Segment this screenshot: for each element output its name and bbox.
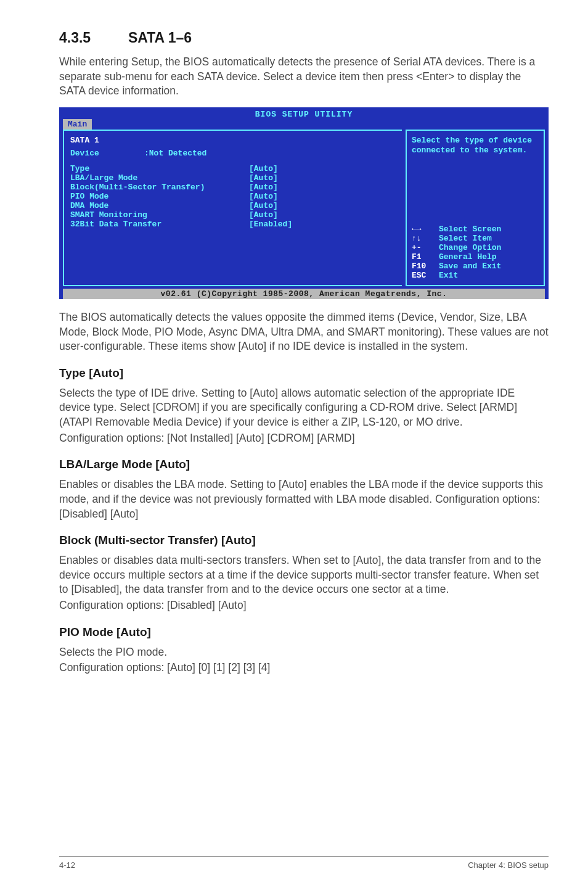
lba-heading: LBA/Large Mode [Auto] xyxy=(59,458,549,471)
section-number: 4.3.5 xyxy=(59,30,128,46)
hint-key: ←→ xyxy=(412,225,439,234)
bios-device-label: Device xyxy=(70,149,144,158)
footer-page-number: 4-12 xyxy=(59,860,75,870)
bios-item-label: 32Bit Data Transfer xyxy=(70,220,249,229)
bios-item-value: [Auto] xyxy=(249,164,278,173)
block-para2: Configuration options: [Disabled] [Auto] xyxy=(59,598,549,613)
type-heading: Type [Auto] xyxy=(59,366,549,380)
footer-chapter: Chapter 4: BIOS setup xyxy=(468,860,549,870)
hint-key: ↑↓ xyxy=(412,234,439,243)
bios-item-label: Type xyxy=(70,164,249,173)
after-bios-text: The BIOS automatically detects the value… xyxy=(59,310,549,354)
bios-copyright: v02.61 (C)Copyright 1985-2008, American … xyxy=(63,289,545,299)
bios-item-label: DMA Mode xyxy=(70,201,249,210)
page-footer: 4-12 Chapter 4: BIOS setup xyxy=(59,856,549,870)
hint-text: Select Screen xyxy=(439,225,501,234)
bios-item-value: [Auto] xyxy=(249,173,278,183)
bios-item-label: LBA/Large Mode xyxy=(70,173,249,183)
block-para1: Enables or disables data multi-sectors t… xyxy=(59,553,549,597)
pio-heading: PIO Mode [Auto] xyxy=(59,625,549,639)
bios-item-label: Block(Multi-Sector Transfer) xyxy=(70,183,249,192)
hint-text: General Help xyxy=(439,252,497,262)
hint-text: Select Item xyxy=(439,234,492,243)
hint-key: F1 xyxy=(412,252,439,262)
bios-sata-header: SATA 1 xyxy=(70,136,249,145)
bios-right-pane: Select the type of device connected to t… xyxy=(406,130,545,286)
section-title: SATA 1–6 xyxy=(128,30,192,46)
bios-tab-row: Main xyxy=(59,119,549,130)
bios-item-label: PIO Mode xyxy=(70,192,249,201)
bios-item-value: [Auto] xyxy=(249,210,278,220)
bios-title: BIOS SETUP UTILITY xyxy=(59,107,549,119)
bios-item-value: [Auto] xyxy=(249,192,278,201)
hint-text: Exit xyxy=(439,271,458,280)
bios-left-pane: SATA 1 Device :Not Detected Type[Auto] L… xyxy=(63,130,402,286)
hint-key: F10 xyxy=(412,262,439,271)
pio-para2: Configuration options: [Auto] [0] [1] [2… xyxy=(59,661,549,675)
block-heading: Block (Multi-sector Transfer) [Auto] xyxy=(59,534,549,547)
bios-device-value: :Not Detected xyxy=(144,149,206,158)
type-para1: Selects the type of IDE drive. Setting t… xyxy=(59,386,549,430)
hint-text: Save and Exit xyxy=(439,262,501,271)
pio-para1: Selects the PIO mode. xyxy=(59,645,549,660)
bios-item-value: [Enabled] xyxy=(249,220,292,229)
bios-hints: ←→Select Screen ↑↓Select Item +-Change O… xyxy=(412,225,537,280)
bios-tab-main: Main xyxy=(63,119,92,130)
intro-text: While entering Setup, the BIOS automatic… xyxy=(59,55,549,99)
hint-key: ESC xyxy=(412,271,439,280)
hint-text: Change Option xyxy=(439,243,501,252)
bios-help-text: Select the type of device connected to t… xyxy=(412,136,537,156)
bios-item-label: SMART Monitoring xyxy=(70,210,249,220)
type-para2: Configuration options: [Not Installed] [… xyxy=(59,431,549,446)
bios-item-value: [Auto] xyxy=(249,183,278,192)
lba-para: Enables or disables the LBA mode. Settin… xyxy=(59,477,549,521)
bios-item-value: [Auto] xyxy=(249,201,278,210)
section-heading: 4.3.5SATA 1–6 xyxy=(59,30,549,46)
hint-key: +- xyxy=(412,243,439,252)
bios-screenshot: BIOS SETUP UTILITY Main SATA 1 Device :N… xyxy=(59,107,549,299)
